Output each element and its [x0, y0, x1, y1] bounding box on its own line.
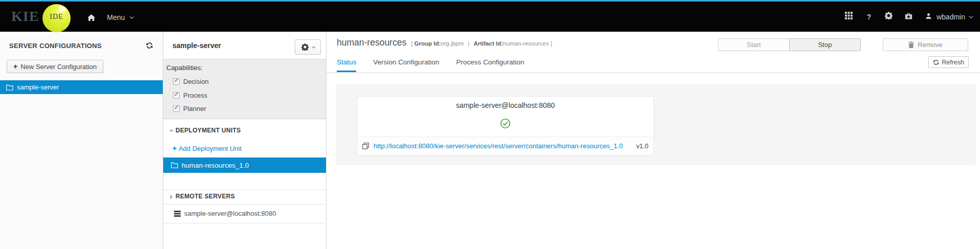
checkbox-decision[interactable]: [173, 78, 180, 85]
container-tabs: Status Version Configuration Process Con…: [337, 58, 524, 72]
refresh-label: Refresh: [942, 59, 964, 66]
copy-url-icon[interactable]: [362, 143, 369, 149]
group-id-value: org.jbpm: [441, 40, 464, 47]
medkit-icon[interactable]: [905, 12, 913, 21]
refresh-button[interactable]: Refresh: [928, 56, 969, 68]
remote-servers-label: REMOTE SERVERS: [176, 193, 235, 200]
trash-icon: [908, 41, 914, 48]
container-rest-url-link[interactable]: http://localhost:8080/kie-server/service…: [374, 142, 636, 150]
server-config-label: sample-server: [17, 83, 59, 91]
start-label: Start: [747, 41, 760, 49]
remote-server-label: sample-server@localhost:8080: [184, 210, 276, 217]
menu-dropdown[interactable]: Menu: [107, 13, 133, 21]
capability-planner: Planner: [173, 105, 206, 112]
refresh-icon[interactable]: [146, 42, 153, 51]
menu-label: Menu: [107, 13, 125, 21]
stop-label: Stop: [818, 41, 832, 49]
chevron-down-icon: [169, 128, 173, 131]
remote-servers-header[interactable]: REMOTE SERVERS: [169, 193, 235, 200]
refresh-icon: [933, 59, 939, 65]
remote-server-item[interactable]: sample-server@localhost:8080: [163, 204, 326, 223]
tab-version-configuration[interactable]: Version Configuration: [373, 58, 439, 72]
deployment-units-header[interactable]: DEPLOYMENT UNITS: [169, 127, 241, 134]
tab-status[interactable]: Status: [337, 58, 356, 72]
status-content-area: sample-server@localhost:8080 http://loca…: [336, 84, 976, 165]
group-id-label: Group Id:: [415, 40, 441, 47]
container-version: v1.0: [636, 143, 648, 150]
ide-balloon-logo: IDE: [42, 4, 71, 32]
deployment-units-label: DEPLOYMENT UNITS: [176, 127, 241, 134]
navbar-utilities: wbadmin: [845, 2, 972, 32]
deployment-unit-item-human-resources[interactable]: human-resources_1.0: [163, 157, 326, 173]
remove-label: Remove: [918, 41, 942, 49]
remove-button[interactable]: Remove: [883, 38, 968, 51]
server-status-card: sample-server@localhost:8080 http://loca…: [357, 96, 654, 155]
server-name-title: sample-server: [172, 41, 221, 50]
help-icon[interactable]: [865, 13, 873, 21]
chevron-down-icon: [312, 44, 315, 48]
capabilities-section: Capabilities: Decision Process Planner: [163, 59, 326, 119]
add-deployment-unit-label: Add Deployment Unit: [179, 145, 242, 152]
balloon-shine: [58, 5, 67, 13]
capability-label: Process: [183, 92, 207, 99]
plus-icon: [13, 62, 17, 71]
checkbox-planner[interactable]: [173, 105, 180, 112]
deployment-unit-label: human-resources_1.0: [182, 162, 249, 169]
server-settings-dropdown[interactable]: [295, 39, 321, 55]
new-server-configuration-button[interactable]: New Server Configuration: [7, 60, 103, 73]
new-server-configuration-label: New Server Configuration: [20, 63, 97, 71]
container-title-block: human-resources [ Group Id:org.jbpm | Ar…: [337, 37, 552, 48]
server-detail-panel: sample-server Capabilities: Decision Pro…: [163, 32, 326, 249]
panel-title: SERVER CONFIGURATIONS: [9, 42, 102, 50]
kie-logo: KIE: [11, 8, 39, 25]
server-stack-icon: [174, 211, 181, 217]
user-icon: [925, 13, 933, 21]
pipe: |: [468, 40, 469, 47]
username-label: wbadmin: [937, 13, 965, 21]
server-config-item-sample-server[interactable]: sample-server: [0, 80, 163, 94]
divider: [326, 73, 980, 73]
tab-process-configuration[interactable]: Process Configuration: [456, 58, 524, 72]
ide-logo-text: IDE: [42, 13, 71, 21]
gear-icon[interactable]: [885, 12, 893, 21]
artifact-id-label: Artifact Id:: [473, 40, 503, 47]
capabilities-label: Capabilities:: [166, 64, 203, 72]
apps-grid-icon[interactable]: [845, 12, 853, 21]
status-card-title: sample-server@localhost:8080: [357, 101, 654, 109]
server-configurations-panel: SERVER CONFIGURATIONS New Server Configu…: [0, 32, 163, 249]
capability-label: Decision: [183, 78, 209, 85]
server-detail-header: sample-server: [163, 32, 326, 59]
chevron-down-icon: [129, 14, 134, 18]
start-button[interactable]: Start: [718, 38, 790, 51]
folder-icon: [171, 162, 178, 168]
container-detail-panel: human-resources [ Group Id:org.jbpm | Ar…: [326, 32, 980, 249]
top-navbar: KIE IDE Menu: [0, 0, 980, 32]
capability-label: Planner: [183, 105, 206, 112]
gear-icon: [301, 43, 309, 51]
divider: [163, 190, 326, 190]
container-title: human-resources: [337, 37, 406, 48]
home-icon[interactable]: [87, 14, 95, 23]
stop-button[interactable]: Stop: [789, 38, 861, 51]
container-meta: [ Group Id:org.jbpm | Artifact Id:human-…: [411, 40, 552, 47]
capability-decision: Decision: [173, 78, 209, 85]
add-deployment-unit-link[interactable]: Add Deployment Unit: [172, 144, 242, 152]
folder-icon: [6, 84, 13, 90]
chevron-right-icon: [168, 195, 172, 198]
capability-process: Process: [173, 92, 207, 99]
bracket: ]: [551, 40, 552, 47]
status-ok-icon: [357, 118, 654, 131]
status-card-footer: http://localhost:8080/kie-server/service…: [357, 137, 654, 155]
chevron-down-icon: [969, 14, 973, 18]
bracket: [: [411, 40, 412, 47]
artifact-id-value: human-resources: [503, 40, 549, 47]
user-menu[interactable]: wbadmin: [925, 13, 972, 21]
checkbox-process[interactable]: [173, 92, 180, 99]
plus-icon: [172, 144, 177, 152]
